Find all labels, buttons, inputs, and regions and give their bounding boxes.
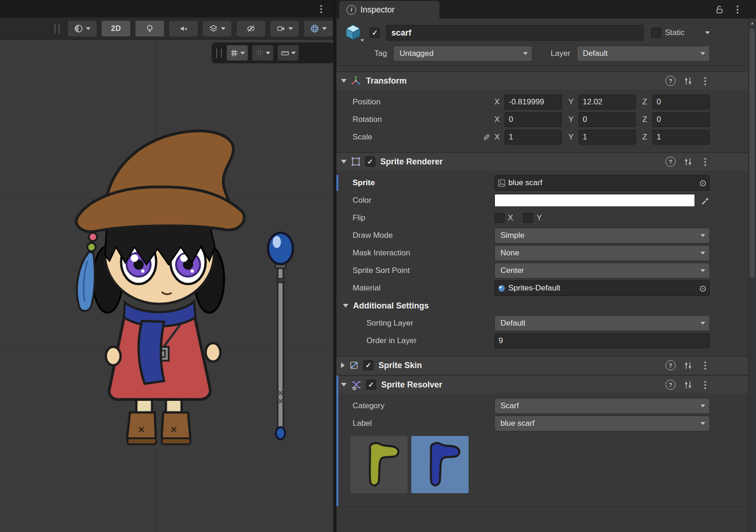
component-menu-kebab-icon[interactable]: ⋮ — [701, 157, 710, 166]
object-picker-icon[interactable]: ⊙ — [699, 178, 707, 188]
toolbar-drag-handle[interactable] — [55, 24, 60, 34]
foldout-arrow[interactable] — [343, 304, 348, 308]
foldout-arrow[interactable] — [341, 160, 347, 163]
draw-mode-label: Draw Mode — [353, 231, 494, 240]
active-checkbox[interactable]: ✓ — [370, 28, 380, 38]
additional-settings-foldout[interactable]: Additional Settings — [336, 297, 756, 314]
foldout-arrow[interactable] — [341, 383, 347, 387]
help-icon[interactable]: ? — [665, 360, 676, 370]
flip-x-checkbox[interactable] — [494, 213, 505, 223]
scene-lighting-button[interactable] — [135, 20, 165, 37]
tab-inspector[interactable]: i Inspector — [339, 1, 439, 18]
scale-y-field[interactable]: 1 — [579, 130, 636, 145]
object-picker-icon[interactable]: ⊙ — [699, 283, 707, 294]
info-icon: i — [347, 5, 356, 15]
scene-audio-button[interactable] — [169, 20, 198, 37]
inspector-menu-kebab-icon[interactable]: ⋮ — [733, 5, 742, 14]
order-in-layer-field[interactable]: 9 — [494, 333, 710, 348]
additional-settings-label: Additional Settings — [353, 301, 429, 311]
sprite-label: Sprite — [353, 178, 494, 187]
effects-button[interactable] — [202, 20, 232, 37]
layer-value: Default — [583, 49, 608, 58]
scene-camera-button[interactable] — [270, 20, 299, 37]
dropdown-caret — [266, 52, 270, 54]
snap-increment-button[interactable] — [277, 45, 299, 61]
scene-view[interactable]: ⋮ 2D — [0, 0, 333, 532]
lock-icon[interactable] — [715, 5, 724, 14]
help-icon[interactable]: ? — [665, 380, 676, 390]
gizmo-globe-icon — [310, 24, 319, 33]
layer-dropdown[interactable]: Default — [577, 46, 710, 61]
sprite-object-field[interactable]: blue scarf ⊙ — [494, 175, 710, 191]
sprite-skin-header[interactable]: ✓ Sprite Skin ? ⋮ — [336, 356, 756, 374]
foldout-arrow[interactable] — [341, 79, 347, 83]
grid-snap-button[interactable] — [252, 45, 274, 61]
draw-mode-dropdown[interactable]: Simple — [494, 228, 710, 243]
rotation-x-field[interactable]: 0 — [505, 112, 562, 127]
character-sprite[interactable] — [25, 109, 312, 459]
eyedropper-icon[interactable] — [701, 196, 710, 205]
scrollbar-up-arrow[interactable]: ▲ — [749, 18, 756, 25]
axis-x-label: X — [494, 97, 502, 107]
audio-muted-icon — [179, 24, 188, 33]
sorting-layer-dropdown[interactable]: Default — [494, 315, 710, 331]
grid-axis-button[interactable] — [226, 45, 248, 61]
dropdown-caret — [701, 405, 705, 407]
static-flags-caret[interactable] — [705, 31, 710, 34]
sprite-resolver-icon — [351, 379, 362, 390]
prefab-override-bar — [336, 375, 338, 506]
sprite-skin-title: Sprite Skin — [378, 361, 422, 370]
position-z-field[interactable]: 0 — [652, 95, 710, 109]
label-dropdown[interactable]: blue scarf — [494, 416, 710, 431]
component-enabled-checkbox[interactable]: ✓ — [365, 157, 375, 167]
sprite-row: Sprite blue scarf ⊙ — [336, 174, 756, 192]
component-menu-kebab-icon[interactable]: ⋮ — [701, 380, 710, 389]
2d-mode-button[interactable]: 2D — [101, 20, 131, 37]
component-enabled-checkbox[interactable]: ✓ — [366, 380, 376, 390]
flip-y-checkbox[interactable] — [523, 213, 533, 223]
mask-interaction-dropdown[interactable]: None — [494, 245, 710, 261]
sprite-sort-point-value: Center — [500, 266, 524, 275]
component-enabled-checkbox[interactable]: ✓ — [363, 360, 373, 370]
foldout-arrow[interactable] — [341, 363, 345, 368]
sprite-resolver-header[interactable]: ✓ Sprite Resolver ? ⋮ — [336, 375, 756, 393]
static-checkbox[interactable] — [651, 28, 661, 38]
presets-icon[interactable] — [684, 381, 692, 389]
tag-dropdown[interactable]: Untagged — [393, 46, 532, 61]
rotation-y-field[interactable]: 0 — [579, 112, 636, 127]
scene-menu-kebab-icon[interactable]: ⋮ — [317, 4, 326, 13]
gameobject-name-field[interactable]: scarf — [386, 25, 644, 41]
transform-header[interactable]: Transform ? ⋮ — [336, 72, 756, 90]
link-constraint-icon[interactable] — [482, 133, 491, 141]
gizmos-button[interactable] — [304, 20, 333, 37]
draw-mode-button[interactable] — [67, 20, 97, 37]
presets-icon[interactable] — [684, 158, 692, 166]
position-x-field[interactable]: -0.819999 — [505, 95, 562, 109]
scrollbar-thumb[interactable] — [750, 29, 755, 278]
pane-splitter[interactable] — [333, 0, 336, 532]
scale-x-field[interactable]: 1 — [505, 130, 562, 145]
sprite-sort-point-dropdown[interactable]: Center — [494, 263, 710, 278]
material-sphere-icon — [498, 284, 506, 292]
thumbnail-yellow-scarf[interactable] — [350, 436, 408, 493]
inspector-scrollbar[interactable]: ▲ — [748, 18, 756, 532]
position-row: Position X -0.819999 Y 12.02 Z 0 — [336, 93, 756, 111]
scale-z-field[interactable]: 1 — [652, 130, 710, 145]
position-y-field[interactable]: 12.02 — [579, 95, 636, 109]
overlay-drag-handle[interactable] — [216, 48, 222, 58]
sprite-renderer-header[interactable]: ✓ Sprite Renderer ? ⋮ — [336, 152, 756, 170]
color-swatch[interactable] — [494, 194, 695, 207]
material-object-field[interactable]: Sprites-Default ⊙ — [494, 280, 710, 296]
category-dropdown[interactable]: Scarf — [494, 398, 710, 414]
gameobject-icon[interactable] — [343, 23, 363, 42]
presets-icon[interactable] — [684, 362, 692, 369]
component-menu-kebab-icon[interactable]: ⋮ — [701, 76, 710, 85]
dropdown-caret — [240, 52, 245, 54]
presets-icon[interactable] — [684, 77, 692, 85]
scene-visibility-button[interactable] — [236, 20, 266, 37]
help-icon[interactable]: ? — [665, 76, 676, 86]
help-icon[interactable]: ? — [665, 157, 676, 167]
thumbnail-blue-scarf[interactable] — [411, 436, 469, 493]
component-menu-kebab-icon[interactable]: ⋮ — [701, 361, 710, 370]
rotation-z-field[interactable]: 0 — [652, 112, 710, 127]
